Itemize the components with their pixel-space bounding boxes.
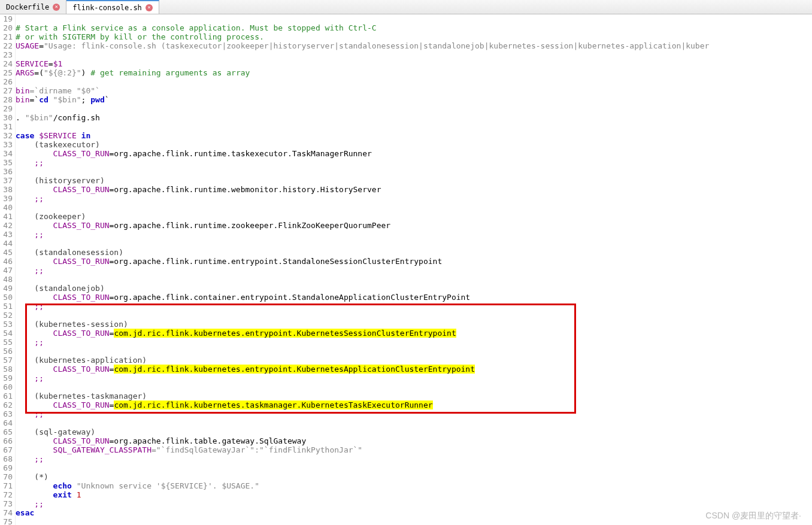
code-line: esac <box>16 508 812 517</box>
code-line <box>16 275 812 284</box>
code-area[interactable]: # Start a Flink service as a console app… <box>16 14 812 525</box>
line-number: 35 <box>0 158 13 167</box>
line-number: 48 <box>0 275 13 284</box>
code-line: ;; <box>16 409 812 418</box>
code-line: CLASS_TO_RUN=org.apache.flink.table.gate… <box>16 436 812 445</box>
line-number: 71 <box>0 481 13 490</box>
code-line <box>16 167 812 176</box>
code-line: ;; <box>16 194 812 203</box>
line-number: 53 <box>0 320 13 329</box>
tab-label: flink-console.sh <box>72 4 142 12</box>
code-line: ;; <box>16 158 812 167</box>
line-number: 50 <box>0 293 13 302</box>
line-number: 31 <box>0 122 13 131</box>
line-number: 57 <box>0 356 13 365</box>
line-number: 32 <box>0 131 13 140</box>
line-number: 68 <box>0 454 13 463</box>
code-line: . "$bin"/config.sh <box>16 113 812 122</box>
line-number: 24 <box>0 59 13 68</box>
line-number: 29 <box>0 104 13 113</box>
close-icon[interactable]: × <box>146 4 153 11</box>
code-line <box>16 104 812 113</box>
line-number: 67 <box>0 445 13 454</box>
code-line: (kubernetes-application) <box>16 356 812 365</box>
line-number: 65 <box>0 427 13 436</box>
code-line: ;; <box>16 338 812 347</box>
line-number: 33 <box>0 140 13 149</box>
line-number: 30 <box>0 113 13 122</box>
line-number: 64 <box>0 418 13 427</box>
code-line: CLASS_TO_RUN=org.apache.flink.container.… <box>16 293 812 302</box>
code-line: (historyserver) <box>16 176 812 185</box>
watermark-text: CSDN @麦田里的守望者· <box>705 511 801 521</box>
line-number: 34 <box>0 149 13 158</box>
code-line: CLASS_TO_RUN=com.jd.ric.flink.kubernetes… <box>16 400 812 409</box>
line-number: 36 <box>0 167 13 176</box>
code-line: CLASS_TO_RUN=org.apache.flink.runtime.we… <box>16 185 812 194</box>
line-number: 56 <box>0 347 13 356</box>
code-line: bin=`cd "$bin"; pwd` <box>16 95 812 104</box>
line-number: 59 <box>0 374 13 383</box>
tab-flink-console[interactable]: flink-console.sh × <box>66 0 159 14</box>
line-number: 52 <box>0 311 13 320</box>
code-line: CLASS_TO_RUN=org.apache.flink.runtime.zo… <box>16 221 812 230</box>
line-number: 47 <box>0 266 13 275</box>
line-number: 37 <box>0 176 13 185</box>
code-line: echo "Unknown service '${SERVICE}'. $USA… <box>16 481 812 490</box>
line-number: 27 <box>0 86 13 95</box>
code-line <box>16 418 812 427</box>
line-number: 23 <box>0 50 13 59</box>
code-line: (kubernetes-session) <box>16 320 812 329</box>
line-number: 61 <box>0 392 13 400</box>
code-line <box>16 50 812 59</box>
code-line <box>16 122 812 131</box>
code-line: ;; <box>16 230 812 239</box>
line-number: 43 <box>0 230 13 239</box>
code-line: SERVICE=$1 <box>16 59 812 68</box>
close-icon[interactable]: × <box>53 4 60 11</box>
line-number: 44 <box>0 239 13 248</box>
line-number: 40 <box>0 203 13 212</box>
line-number: 45 <box>0 248 13 257</box>
code-line: ;; <box>16 499 812 508</box>
line-number: 63 <box>0 409 13 418</box>
line-number: 58 <box>0 365 13 374</box>
code-line: (sql-gateway) <box>16 427 812 436</box>
code-line: # Start a Flink service as a console app… <box>16 23 812 32</box>
code-line: case $SERVICE in <box>16 131 812 140</box>
code-line: exit 1 <box>16 490 812 499</box>
code-line <box>16 203 812 212</box>
line-number: 46 <box>0 257 13 266</box>
code-line <box>16 347 812 356</box>
code-line: (kubernetes-taskmanager) <box>16 392 812 400</box>
line-number: 60 <box>0 383 13 392</box>
code-line <box>16 311 812 320</box>
line-number-gutter: 1920212223242526272829303132333435363738… <box>0 14 16 525</box>
line-number: 38 <box>0 185 13 194</box>
tab-dockerfile[interactable]: Dockerfile × <box>0 0 66 14</box>
line-number: 69 <box>0 463 13 472</box>
line-number: 66 <box>0 436 13 445</box>
code-line: (zookeeper) <box>16 212 812 221</box>
code-line: CLASS_TO_RUN=com.jd.ric.flink.kubernetes… <box>16 365 812 374</box>
code-line <box>16 463 812 472</box>
line-number: 19 <box>0 14 13 23</box>
line-number: 22 <box>0 41 13 50</box>
line-number: 49 <box>0 284 13 293</box>
code-line: ;; <box>16 302 812 311</box>
code-line: USAGE="Usage: flink-console.sh (taskexec… <box>16 41 812 50</box>
code-line <box>16 383 812 392</box>
code-line <box>16 77 812 86</box>
code-line: ;; <box>16 266 812 275</box>
code-line: ;; <box>16 374 812 383</box>
line-number: 73 <box>0 499 13 508</box>
line-number: 62 <box>0 400 13 409</box>
line-number: 42 <box>0 221 13 230</box>
line-number: 41 <box>0 212 13 221</box>
line-number: 28 <box>0 95 13 104</box>
code-line: (taskexecutor) <box>16 140 812 149</box>
line-number: 39 <box>0 194 13 203</box>
code-line <box>16 14 812 23</box>
line-number: 54 <box>0 329 13 338</box>
code-editor[interactable]: 1920212223242526272829303132333435363738… <box>0 14 812 525</box>
